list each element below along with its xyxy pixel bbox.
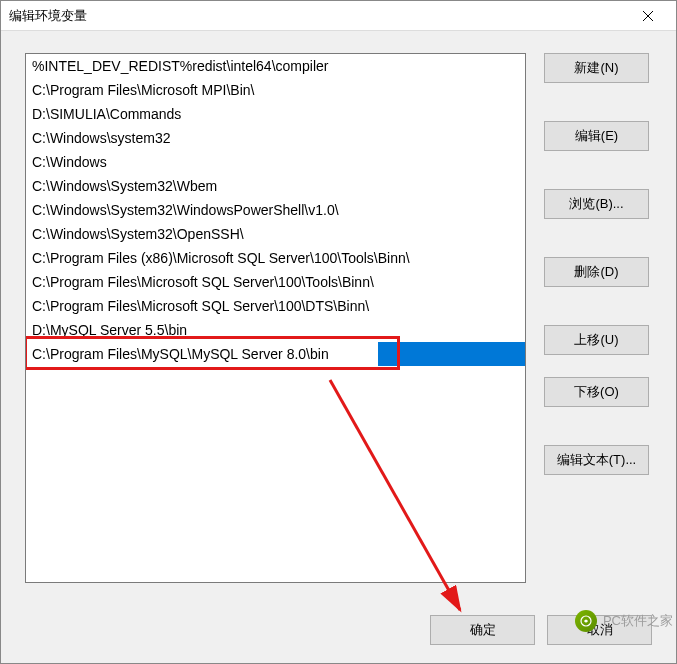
list-item[interactable]: C:\Program Files\Microsoft SQL Server\10…: [26, 270, 525, 294]
watermark: PC软件之家: [575, 610, 673, 632]
content-area: %INTEL_DEV_REDIST%redist\intel64\compile…: [1, 31, 676, 605]
list-item[interactable]: C:\Program Files (x86)\Microsoft SQL Ser…: [26, 246, 525, 270]
list-item[interactable]: C:\Windows\System32\OpenSSH\: [26, 222, 525, 246]
close-button[interactable]: [628, 2, 668, 30]
delete-button[interactable]: 删除(D): [544, 257, 649, 287]
list-item[interactable]: C:\Windows\System32\Wbem: [26, 174, 525, 198]
window-title: 编辑环境变量: [9, 7, 87, 25]
list-item[interactable]: C:\Windows: [26, 150, 525, 174]
titlebar: 编辑环境变量: [1, 1, 676, 31]
edit-text-button[interactable]: 编辑文本(T)...: [544, 445, 649, 475]
list-item[interactable]: C:\Program Files\Microsoft SQL Server\10…: [26, 294, 525, 318]
watermark-text: PC软件之家: [603, 612, 673, 630]
move-down-button[interactable]: 下移(O): [544, 377, 649, 407]
dialog-window: 编辑环境变量 %INTEL_DEV_REDIST%redist\intel64\…: [0, 0, 677, 664]
new-button[interactable]: 新建(N): [544, 53, 649, 83]
edit-button[interactable]: 编辑(E): [544, 121, 649, 151]
list-item[interactable]: C:\Windows\system32: [26, 126, 525, 150]
button-panel: 新建(N) 编辑(E) 浏览(B)... 删除(D) 上移(U) 下移(O) 编…: [544, 53, 649, 591]
move-up-button[interactable]: 上移(U): [544, 325, 649, 355]
ok-button[interactable]: 确定: [430, 615, 535, 645]
browse-button[interactable]: 浏览(B)...: [544, 189, 649, 219]
watermark-logo-icon: [575, 610, 597, 632]
list-item[interactable]: D:\SIMULIA\Commands: [26, 102, 525, 126]
list-item[interactable]: C:\Program Files\Microsoft MPI\Bin\: [26, 78, 525, 102]
list-item[interactable]: C:\Windows\System32\WindowsPowerShell\v1…: [26, 198, 525, 222]
list-item[interactable]: D:\MySQL Server 5.5\bin: [26, 318, 525, 342]
list-item[interactable]: %INTEL_DEV_REDIST%redist\intel64\compile…: [26, 54, 525, 78]
path-edit-input[interactable]: [26, 342, 378, 366]
close-icon: [643, 11, 653, 21]
path-listbox[interactable]: %INTEL_DEV_REDIST%redist\intel64\compile…: [25, 53, 526, 583]
list-item[interactable]: [26, 342, 525, 366]
